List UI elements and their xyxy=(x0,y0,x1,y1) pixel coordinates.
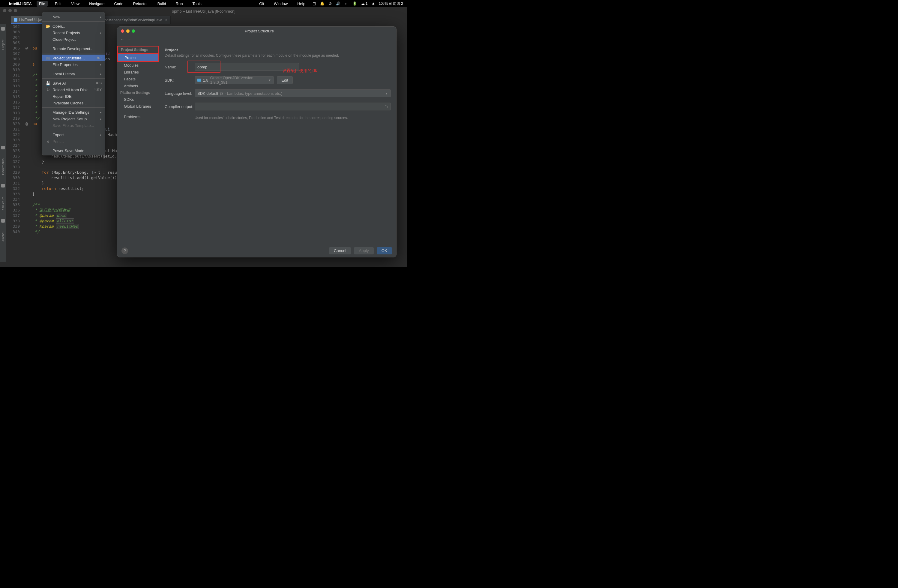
chevron-down-icon: ▼ xyxy=(268,79,271,82)
folder-icon xyxy=(197,79,201,82)
project-heading: Project xyxy=(165,48,391,52)
line-number: 333 xyxy=(11,191,23,197)
sidebar-item-modules[interactable]: Modules xyxy=(117,62,159,69)
filemenu-item[interactable]: 💾Save All⌘ S xyxy=(42,80,105,86)
filemenu-item[interactable]: Recent Projects▸ xyxy=(42,29,105,36)
code-content: } xyxy=(31,191,35,197)
language-level-select[interactable]: SDK default (8 - Lambdas, type annotatio… xyxy=(195,89,391,97)
wifi-icon[interactable]: ᯤ xyxy=(344,2,348,6)
window-traffic-lights[interactable] xyxy=(3,9,17,12)
menu-run[interactable]: Run xyxy=(173,1,185,6)
filemenu-item[interactable]: Repair IDE xyxy=(42,93,105,100)
code-content: * @param resultMap xyxy=(31,224,79,229)
close-icon[interactable]: × xyxy=(165,18,168,22)
menu-navigate[interactable]: Navigate xyxy=(87,1,107,6)
filemenu-item[interactable]: ▧Project Structure...⌘ ; xyxy=(42,55,105,61)
dialog-traffic-lights[interactable] xyxy=(117,29,135,33)
line-number: 309 xyxy=(11,62,23,67)
filemenu-item[interactable]: Manage IDE Settings▸ xyxy=(42,109,105,115)
gutter-mark xyxy=(23,224,31,229)
gutter-mark xyxy=(23,89,31,94)
rail-project[interactable]: Project xyxy=(1,40,5,50)
edit-sdk-button[interactable]: Edit xyxy=(277,76,293,84)
input-icon[interactable]: 𝐀 xyxy=(372,2,375,6)
menu-file[interactable]: File xyxy=(37,1,48,6)
structure-tool-icon[interactable] xyxy=(1,184,5,188)
sidebar-item-facets[interactable]: Facets xyxy=(117,75,159,83)
code-content: * xyxy=(31,105,37,111)
line-number: 315 xyxy=(11,94,23,100)
gutter-mark xyxy=(23,165,31,170)
filemenu-item[interactable]: New Projects Setup▸ xyxy=(42,115,105,122)
code-content: * @param allList xyxy=(31,219,74,224)
menu-tools[interactable]: Tools xyxy=(190,1,204,6)
project-tool-icon[interactable] xyxy=(1,27,5,31)
menu-window[interactable]: Window xyxy=(271,1,290,6)
notification-icon[interactable]: 🔔 xyxy=(320,2,324,6)
menu-view[interactable]: View xyxy=(69,1,82,6)
browse-folder-icon[interactable]: 🗀 xyxy=(384,105,388,109)
gutter-mark xyxy=(23,111,31,116)
dialog-title: Project Structure xyxy=(135,29,396,33)
apply-button[interactable]: Apply xyxy=(354,247,374,254)
filemenu-item[interactable]: Export▸ xyxy=(42,131,105,138)
menu-item-shortcut: ⌘ S xyxy=(95,81,101,85)
gutter-mark xyxy=(23,137,31,143)
menu-help[interactable]: Help xyxy=(295,1,308,6)
wechat-icon[interactable]: ☁ 1 xyxy=(361,2,368,6)
sdk-version-long: Oracle OpenJDK version 1.8.0_381 xyxy=(210,75,266,85)
menu-refactor[interactable]: Refactor xyxy=(131,1,150,6)
rail-structure[interactable]: Structure xyxy=(1,197,5,210)
ok-button[interactable]: OK xyxy=(377,247,392,254)
sidebar-item-artifacts[interactable]: Artifacts xyxy=(117,83,159,89)
bookmarks-tool-icon[interactable] xyxy=(1,146,5,149)
filemenu-item[interactable]: File Properties▸ xyxy=(42,61,105,68)
filemenu-item[interactable]: Power Save Mode xyxy=(42,147,105,154)
nav-forward-icon: → xyxy=(127,37,131,42)
filemenu-item[interactable]: Close Project xyxy=(42,36,105,43)
sidebar-item-sdks[interactable]: SDKs xyxy=(117,96,159,103)
menu-item-label: Open... xyxy=(52,24,65,29)
chevron-right-icon: ▸ xyxy=(100,72,101,76)
play-icon[interactable]: ⊙ xyxy=(329,2,332,6)
menu-edit[interactable]: Edit xyxy=(52,1,64,6)
menu-separator xyxy=(42,146,105,146)
menu-code[interactable]: Code xyxy=(112,1,126,6)
sdk-select[interactable]: 1.8 Oracle OpenJDK version 1.8.0_381 ▼ xyxy=(195,76,274,84)
filemenu-item: Save File as Template... xyxy=(42,122,105,129)
filemenu-item[interactable]: ↻Reload All from Disk⌃⌘Y xyxy=(42,86,105,93)
cancel-button[interactable]: Cancel xyxy=(329,247,351,254)
dialog-sidebar: Project Settings Project Modules Librari… xyxy=(117,43,159,244)
gutter-mark xyxy=(23,229,31,235)
sdk-label: SDK: xyxy=(165,78,195,83)
jrebel-tool-icon[interactable] xyxy=(1,219,5,223)
filemenu-item[interactable]: Invalidate Caches... xyxy=(42,100,105,106)
rail-bookmarks[interactable]: Bookmarks xyxy=(1,159,5,175)
code-content: */ xyxy=(31,116,39,121)
sidebar-item-global-libraries[interactable]: Global Libraries xyxy=(117,103,159,110)
filemenu-item[interactable]: Remote Development... xyxy=(42,45,105,52)
menu-git[interactable]: Git xyxy=(257,1,267,6)
gutter-mark xyxy=(23,154,31,159)
filemenu-item[interactable]: 📂Open... xyxy=(42,23,105,29)
filemenu-item[interactable]: New▸ xyxy=(42,14,105,20)
line-number: 326 xyxy=(11,154,23,159)
sidebar-item-problems[interactable]: Problems xyxy=(117,113,159,120)
menu-build[interactable]: Build xyxy=(155,1,169,6)
code-content: * @param down xyxy=(31,213,67,219)
gutter-mark xyxy=(23,29,31,35)
line-number: 313 xyxy=(11,83,23,89)
compiler-output-input[interactable]: 🗀 xyxy=(195,103,391,111)
sidebar-item-libraries[interactable]: Libraries xyxy=(117,69,159,75)
menu-item-icon: 🖨 xyxy=(46,139,50,143)
line-number: 338 xyxy=(11,219,23,224)
toolbox-icon[interactable]: ◳ xyxy=(312,2,316,6)
volume-icon[interactable]: 🔊 xyxy=(336,2,340,6)
rail-jrebel[interactable]: JRebel xyxy=(1,232,5,242)
sidebar-item-project[interactable]: Project xyxy=(117,54,159,62)
line-number: 321 xyxy=(11,126,23,132)
battery-icon[interactable]: 🔋 xyxy=(352,2,357,6)
nav-back-icon[interactable]: ← xyxy=(120,37,124,42)
filemenu-item[interactable]: Local History▸ xyxy=(42,71,105,77)
help-button[interactable]: ? xyxy=(121,248,128,254)
